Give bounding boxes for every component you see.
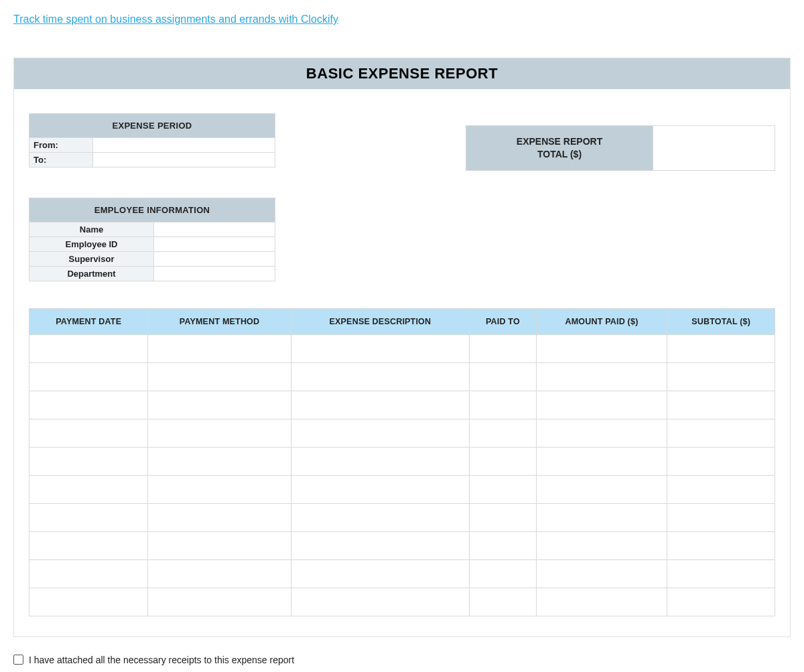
clockify-link[interactable]: Track time spent on business assignments…	[13, 13, 338, 25]
expense-report: BASIC EXPENSE REPORT EXPENSE PERIOD From…	[13, 58, 791, 637]
cell[interactable]	[29, 503, 148, 531]
cell[interactable]	[291, 447, 470, 475]
from-label: From:	[29, 138, 93, 153]
receipts-checkbox-label: I have attached all the necessary receip…	[29, 655, 294, 665]
cell[interactable]	[29, 531, 148, 559]
cell[interactable]	[667, 503, 775, 531]
receipts-checkbox-row[interactable]: I have attached all the necessary receip…	[13, 655, 791, 665]
col-header-5: SUBTOTAL ($)	[667, 308, 775, 334]
cell[interactable]	[667, 559, 775, 588]
receipts-checkbox[interactable]	[13, 655, 23, 665]
cell[interactable]	[536, 531, 667, 559]
table-row	[29, 475, 775, 503]
emp-department-label: Department	[29, 266, 154, 281]
cell[interactable]	[667, 588, 775, 616]
cell[interactable]	[29, 362, 148, 391]
cell[interactable]	[291, 334, 470, 362]
cell[interactable]	[291, 588, 470, 616]
emp-supervisor-value[interactable]	[154, 251, 275, 266]
cell[interactable]	[536, 503, 667, 531]
cell[interactable]	[148, 531, 291, 559]
expense-period-header: EXPENSE PERIOD	[29, 114, 275, 138]
cell[interactable]	[667, 447, 775, 475]
cell[interactable]	[470, 559, 536, 588]
emp-name-value[interactable]	[154, 222, 275, 237]
employee-info-table: EMPLOYEE INFORMATION Name Employee ID Su…	[29, 198, 275, 281]
table-row	[29, 447, 775, 475]
col-header-0: PAYMENT DATE	[29, 308, 148, 334]
cell[interactable]	[29, 559, 148, 588]
cell[interactable]	[470, 531, 536, 559]
cell[interactable]	[148, 503, 291, 531]
cell[interactable]	[29, 334, 148, 362]
cell[interactable]	[29, 447, 148, 475]
cell[interactable]	[148, 475, 291, 503]
cell[interactable]	[291, 559, 470, 588]
cell[interactable]	[291, 475, 470, 503]
cell[interactable]	[667, 531, 775, 559]
cell[interactable]	[148, 588, 291, 616]
cell[interactable]	[470, 362, 536, 391]
cell[interactable]	[291, 391, 470, 419]
col-header-3: PAID TO	[470, 308, 536, 334]
table-row	[29, 419, 775, 447]
cell[interactable]	[470, 447, 536, 475]
emp-department-value[interactable]	[154, 266, 275, 281]
cell[interactable]	[536, 362, 667, 391]
total-value[interactable]	[653, 126, 775, 170]
emp-supervisor-label: Supervisor	[29, 251, 154, 266]
cell[interactable]	[667, 391, 775, 419]
table-row	[29, 588, 775, 616]
cell[interactable]	[291, 362, 470, 391]
expense-period-table: EXPENSE PERIOD From: To:	[29, 113, 275, 167]
cell[interactable]	[29, 391, 148, 419]
table-row	[29, 362, 775, 391]
cell[interactable]	[470, 588, 536, 616]
cell[interactable]	[29, 419, 148, 447]
cell[interactable]	[291, 503, 470, 531]
col-header-1: PAYMENT METHOD	[148, 308, 291, 334]
col-header-2: EXPENSE DESCRIPTION	[291, 308, 470, 334]
col-header-4: AMOUNT PAID ($)	[536, 308, 667, 334]
cell[interactable]	[470, 475, 536, 503]
cell[interactable]	[536, 419, 667, 447]
table-row	[29, 559, 775, 588]
cell[interactable]	[470, 503, 536, 531]
emp-name-label: Name	[29, 222, 154, 237]
table-row	[29, 503, 775, 531]
cell[interactable]	[470, 391, 536, 419]
cell[interactable]	[667, 419, 775, 447]
cell[interactable]	[148, 419, 291, 447]
from-value[interactable]	[93, 138, 275, 153]
cell[interactable]	[29, 475, 148, 503]
cell[interactable]	[536, 391, 667, 419]
cell[interactable]	[291, 531, 470, 559]
emp-id-label: Employee ID	[29, 237, 154, 251]
cell[interactable]	[291, 419, 470, 447]
cell[interactable]	[470, 334, 536, 362]
to-value[interactable]	[93, 153, 275, 167]
cell[interactable]	[536, 447, 667, 475]
cell[interactable]	[536, 475, 667, 503]
cell[interactable]	[148, 334, 291, 362]
cell[interactable]	[148, 391, 291, 419]
cell[interactable]	[536, 559, 667, 588]
to-label: To:	[29, 153, 93, 167]
cell[interactable]	[536, 588, 667, 616]
cell[interactable]	[536, 334, 667, 362]
report-title: BASIC EXPENSE REPORT	[14, 58, 790, 89]
emp-id-value[interactable]	[154, 237, 275, 251]
cell[interactable]	[29, 588, 148, 616]
cell[interactable]	[667, 362, 775, 391]
cell[interactable]	[148, 559, 291, 588]
employee-info-header: EMPLOYEE INFORMATION	[29, 198, 275, 222]
cell[interactable]	[667, 334, 775, 362]
cell[interactable]	[148, 362, 291, 391]
cell[interactable]	[470, 419, 536, 447]
table-row	[29, 531, 775, 559]
cell[interactable]	[667, 475, 775, 503]
cell[interactable]	[148, 447, 291, 475]
table-row	[29, 391, 775, 419]
total-box: EXPENSE REPORT TOTAL ($)	[466, 125, 775, 171]
expense-lines-table: PAYMENT DATEPAYMENT METHODEXPENSE DESCRI…	[29, 308, 775, 616]
